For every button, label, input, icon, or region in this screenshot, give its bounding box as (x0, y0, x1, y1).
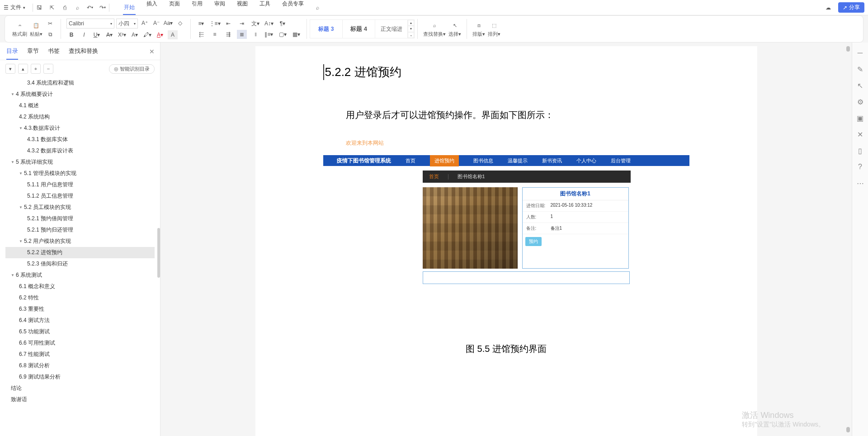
layout-button[interactable]: ⧈ 排版▾ (472, 20, 485, 38)
toc-item[interactable]: 5.2.1 预约借阅管理 (5, 213, 155, 224)
number-list-icon[interactable]: ⋮≡▾ (210, 19, 220, 28)
style-body-indent[interactable]: 正文缩进 (375, 20, 408, 38)
undo-icon[interactable]: ↶▾ (86, 4, 94, 11)
share-button[interactable]: ↗分享 (838, 2, 864, 13)
change-case-icon[interactable]: Aa▾ (163, 19, 173, 28)
close-icon[interactable]: ✕ (149, 48, 155, 55)
toc-item[interactable]: 4.3.1 数据库实体 (5, 134, 155, 145)
superscript-button[interactable]: X²▾ (117, 30, 127, 39)
sidebar-tab-3[interactable]: 查找和替换 (69, 47, 98, 60)
increase-indent-icon[interactable]: ⇥ (237, 19, 247, 28)
select-icon[interactable]: ↖ (856, 81, 864, 90)
align-left-icon[interactable]: ⬱ (196, 30, 206, 39)
toc-item[interactable]: ▼5.1 管理员模块的实现 (5, 168, 155, 179)
more-icon[interactable]: ⋯ (856, 179, 864, 187)
borders-icon[interactable]: ▦▾ (291, 30, 301, 39)
cloud-icon[interactable]: ☁ (825, 4, 832, 11)
search-icon[interactable]: ⌕ (314, 4, 321, 11)
toc-item[interactable]: 6.3 重要性 (5, 303, 155, 315)
menu-tab-1[interactable]: 插入 (146, 0, 158, 15)
select-button[interactable]: ↖ 选择▾ (448, 20, 461, 38)
bookmark-icon[interactable]: ▯ (856, 147, 864, 155)
toc-item[interactable]: 4.3.2 数据库设计表 (5, 145, 155, 156)
justify-icon[interactable]: ≣ (237, 30, 247, 39)
file-menu[interactable]: ☰文件▾ (4, 4, 25, 11)
toc-item[interactable]: ▼6 系统测试 (5, 270, 155, 281)
show-marks-icon[interactable]: ¶▾ (278, 19, 288, 28)
toc-item[interactable]: 致谢语 (5, 394, 155, 405)
text-effect-button[interactable]: A▾ (130, 30, 140, 39)
grow-font-icon[interactable]: A⁺ (140, 19, 150, 28)
font-color-button[interactable]: A▾ (155, 30, 165, 39)
preview-icon[interactable]: ⌕ (74, 4, 81, 11)
document-page[interactable]: 5.2.2 进馆预约 用户登录后才可以进馆预约操作。界面如下图所示： 欢迎来到本… (255, 46, 757, 436)
toc-item[interactable]: ▼4.3.数据库设计 (5, 123, 155, 134)
bullet-list-icon[interactable]: ≡▾ (196, 19, 206, 28)
document-scrollbar[interactable] (845, 46, 851, 432)
edit-icon[interactable]: ✎ (856, 65, 864, 73)
underline-button[interactable]: U▾ (92, 30, 102, 39)
cut-icon[interactable]: ✂ (45, 19, 55, 28)
font-select[interactable]: Calibri▾ (66, 19, 114, 28)
style-heading4[interactable]: 标题 4 (343, 20, 375, 38)
shading-icon[interactable]: ▢▾ (278, 30, 288, 39)
toc-item[interactable]: 5.2.2 进馆预约 (5, 247, 155, 258)
char-shading-button[interactable]: A (168, 30, 178, 39)
format-painter-button[interactable]: 𝄐 格式刷 (12, 20, 27, 38)
smart-toc-button[interactable]: ◎智能识别目录 (109, 64, 155, 74)
sidebar-scrollbar[interactable] (157, 228, 160, 278)
toc-item[interactable]: 3.4 系统流程和逻辑 (5, 77, 155, 89)
redo-icon[interactable]: ↷▾ (99, 4, 106, 11)
font-size-select[interactable]: 小四▾ (116, 19, 138, 28)
toc-item[interactable]: 6.1 概念和意义 (5, 281, 155, 292)
strike-button[interactable]: A̶▾ (104, 30, 114, 39)
arrange-button[interactable]: ⬚ 排列▾ (488, 20, 500, 38)
toc-item[interactable]: 6.6 可用性测试 (5, 337, 155, 349)
line-spacing-icon[interactable]: ‖≡▾ (264, 30, 274, 39)
print-icon[interactable]: ⎙ (61, 4, 68, 11)
menu-tab-3[interactable]: 引用 (191, 0, 203, 15)
toc-item[interactable]: 5.2.3 借阅和归还 (5, 258, 155, 270)
tools-icon[interactable]: ✕ (856, 130, 864, 138)
menu-tab-4[interactable]: 审阅 (213, 0, 226, 15)
expand-all-button[interactable]: ▴ (18, 64, 28, 74)
sidebar-tab-2[interactable]: 书签 (48, 47, 60, 60)
remove-toc-button[interactable]: − (43, 64, 53, 74)
sidebar-tab-0[interactable]: 目录 (6, 47, 18, 60)
collapse-all-button[interactable]: ▾ (5, 64, 15, 74)
style-heading3[interactable]: 标题 3 (310, 20, 343, 38)
toc-item[interactable]: ▼5 系统详细实现 (5, 156, 155, 168)
menu-tab-6[interactable]: 工具 (259, 0, 271, 15)
copy-icon[interactable]: ⧉ (45, 30, 55, 39)
sidebar-tab-1[interactable]: 章节 (27, 47, 39, 60)
toc-item[interactable]: 6.4 测试方法 (5, 315, 155, 326)
toc-item[interactable]: 5.1.2 员工信息管理 (5, 190, 155, 202)
toc-item[interactable]: ▼5.2 员工模块的实现 (5, 202, 155, 213)
toc-item[interactable]: 6.9 测试结果分析 (5, 371, 155, 383)
menu-tab-7[interactable]: 会员专享 (281, 0, 305, 15)
sort-icon[interactable]: A↕▾ (264, 19, 274, 28)
style-down-icon[interactable]: ▾ (408, 26, 414, 32)
toc-item[interactable]: 6.8 测试分析 (5, 360, 155, 371)
align-center-icon[interactable]: ≡ (210, 30, 220, 39)
help-icon[interactable]: ? (856, 163, 864, 171)
text-direction-icon[interactable]: 文▾ (250, 19, 260, 28)
bold-button[interactable]: B (66, 30, 76, 39)
toc-item[interactable]: ▼4 系统概要设计 (5, 89, 155, 100)
style-more-icon[interactable]: ⌄ (408, 32, 414, 38)
image-icon[interactable]: ▣ (856, 114, 864, 122)
toc-item[interactable]: 4.1 概述 (5, 100, 155, 111)
minimize-icon[interactable]: ─ (856, 49, 864, 57)
export-icon[interactable]: ⇱ (48, 4, 56, 11)
italic-button[interactable]: I (79, 30, 89, 39)
toc-item[interactable]: 结论 (5, 383, 155, 394)
toc-item[interactable]: ▼5.2 用户模块的实现 (5, 236, 155, 247)
align-right-icon[interactable]: ⇶ (223, 30, 233, 39)
highlight-button[interactable]: 🖍▾ (142, 30, 152, 39)
menu-tab-2[interactable]: 页面 (168, 0, 181, 15)
menu-tab-0[interactable]: 开始 (123, 4, 136, 15)
toc-item[interactable]: 5.2.1 预约归还管理 (5, 224, 155, 236)
toc-item[interactable]: 4.2 系统结构 (5, 111, 155, 123)
toc-item[interactable]: 6.2 特性 (5, 292, 155, 303)
menu-tab-5[interactable]: 视图 (236, 0, 249, 15)
